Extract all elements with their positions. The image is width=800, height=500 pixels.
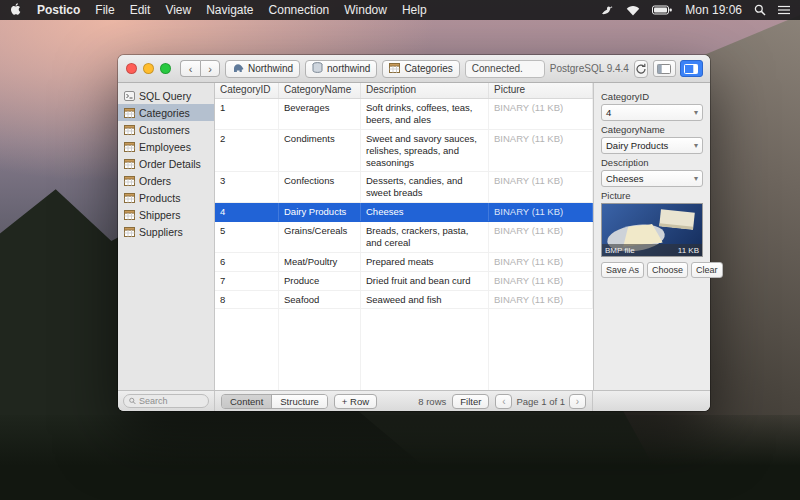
menu-connection[interactable]: Connection bbox=[269, 3, 330, 17]
table-row[interactable]: 8 Seafood Seaweed and fish BINARY (11 KB… bbox=[215, 291, 593, 310]
elephant-icon bbox=[232, 62, 244, 75]
view-mode-segmented-control: Content Structure bbox=[221, 394, 328, 409]
menubar-clock[interactable]: Mon 19:06 bbox=[685, 3, 742, 17]
forward-button[interactable]: › bbox=[200, 60, 220, 77]
apple-menu-icon[interactable] bbox=[10, 2, 22, 19]
table-row[interactable]: 7 Produce Dried fruit and bean curd BINA… bbox=[215, 272, 593, 291]
breadcrumb-table-button[interactable]: Categories bbox=[382, 60, 459, 78]
spotlight-icon[interactable] bbox=[754, 4, 766, 16]
cell-picture: BINARY (11 KB) bbox=[489, 291, 593, 309]
chevron-down-icon: ▾ bbox=[694, 108, 698, 117]
cell-description: Breads, crackers, pasta, and cereal bbox=[361, 222, 489, 252]
battery-icon[interactable] bbox=[652, 5, 673, 15]
page-indicator: Page 1 of 1 bbox=[516, 396, 565, 407]
postico-window: ‹ › Northwind northwind Categories Conne… bbox=[118, 55, 710, 411]
menu-help[interactable]: Help bbox=[402, 3, 427, 17]
menubar-app-name[interactable]: Postico bbox=[37, 3, 80, 17]
sidebar-item-suppliers[interactable]: Suppliers bbox=[118, 223, 214, 240]
table-row[interactable]: 3 Confections Desserts, candies, and swe… bbox=[215, 172, 593, 203]
sidebar-item-label: Products bbox=[139, 192, 180, 204]
table-icon bbox=[124, 227, 135, 237]
cell-categoryname: Produce bbox=[279, 272, 361, 290]
cell-description: Prepared meats bbox=[361, 253, 489, 271]
close-button[interactable] bbox=[126, 63, 137, 74]
bird-menu-extra-icon[interactable] bbox=[601, 5, 614, 16]
sidebar-item-categories[interactable]: Categories bbox=[118, 104, 214, 121]
cell-categoryid: 7 bbox=[215, 272, 279, 290]
prev-page-button[interactable]: ‹ bbox=[495, 394, 512, 409]
segment-structure[interactable]: Structure bbox=[271, 395, 327, 408]
column-header-categoryname[interactable]: CategoryName bbox=[279, 83, 361, 98]
table-row[interactable]: 5 Grains/Cereals Breads, crackers, pasta… bbox=[215, 222, 593, 253]
search-field[interactable] bbox=[123, 394, 209, 408]
panel-toggles bbox=[653, 60, 703, 77]
categoryname-combo[interactable]: Dairy Products ▾ bbox=[601, 137, 703, 154]
cell-description: Desserts, candies, and sweet breads bbox=[361, 172, 489, 202]
categoryid-value: 4 bbox=[606, 107, 611, 118]
menu-view[interactable]: View bbox=[165, 3, 191, 17]
minimize-button[interactable] bbox=[143, 63, 154, 74]
window-footer: Content Structure + Row 8 rows Filter ‹ … bbox=[118, 390, 710, 411]
description-value: Cheeses bbox=[606, 173, 644, 184]
menu-navigate[interactable]: Navigate bbox=[206, 3, 253, 17]
sidebar-item-order-details[interactable]: Order Details bbox=[118, 155, 214, 172]
toggle-detail-panel-button[interactable] bbox=[680, 60, 703, 77]
sidebar-item-orders[interactable]: Orders bbox=[118, 172, 214, 189]
table-row[interactable]: 2 Condiments Sweet and savory sauces, re… bbox=[215, 130, 593, 173]
add-row-button[interactable]: + Row bbox=[334, 394, 377, 409]
sidebar-item-employees[interactable]: Employees bbox=[118, 138, 214, 155]
cell-categoryid: 1 bbox=[215, 99, 279, 129]
breadcrumb-server-button[interactable]: Northwind bbox=[225, 60, 300, 78]
wifi-icon[interactable] bbox=[626, 5, 640, 16]
table-icon bbox=[124, 159, 135, 169]
zoom-button[interactable] bbox=[160, 63, 171, 74]
field-label-categoryname: CategoryName bbox=[601, 124, 703, 135]
menu-edit[interactable]: Edit bbox=[130, 3, 151, 17]
cell-picture: BINARY (11 KB) bbox=[489, 203, 593, 221]
data-grid: CategoryID CategoryName Description Pict… bbox=[215, 83, 593, 390]
breadcrumb-database-button[interactable]: northwind bbox=[305, 60, 377, 78]
cell-categoryid: 4 bbox=[215, 203, 279, 221]
picture-thumbnail[interactable]: BMP file 11 KB bbox=[601, 203, 703, 257]
table-icon bbox=[124, 108, 135, 118]
categoryid-combo[interactable]: 4 ▾ bbox=[601, 104, 703, 121]
sidebar-item-customers[interactable]: Customers bbox=[118, 121, 214, 138]
next-page-button[interactable]: › bbox=[569, 394, 586, 409]
sidebar-item-label: Orders bbox=[139, 175, 171, 187]
cell-categoryid: 8 bbox=[215, 291, 279, 309]
toggle-sidebar-button[interactable] bbox=[653, 60, 676, 77]
sidebar-item-label: Categories bbox=[139, 107, 190, 119]
table-icon bbox=[124, 125, 135, 135]
search-input[interactable] bbox=[139, 396, 203, 406]
choose-button[interactable]: Choose bbox=[647, 262, 688, 278]
filter-button[interactable]: Filter bbox=[452, 394, 489, 409]
description-combo[interactable]: Cheeses ▾ bbox=[601, 170, 703, 187]
cell-categoryid: 2 bbox=[215, 130, 279, 172]
sidebar-item-label: Customers bbox=[139, 124, 190, 136]
save-as-button[interactable]: Save As bbox=[601, 262, 644, 278]
segment-content[interactable]: Content bbox=[222, 395, 271, 408]
sidebar-item-label: Suppliers bbox=[139, 226, 183, 238]
table-row[interactable]: 6 Meat/Poultry Prepared meats BINARY (11… bbox=[215, 253, 593, 272]
clear-button[interactable]: Clear bbox=[691, 262, 723, 278]
row-detail-panel: CategoryID 4 ▾ CategoryName Dairy Produc… bbox=[593, 83, 710, 390]
menu-file[interactable]: File bbox=[95, 3, 114, 17]
notification-center-icon[interactable] bbox=[778, 5, 790, 15]
column-header-picture[interactable]: Picture bbox=[489, 83, 593, 98]
menu-window[interactable]: Window bbox=[344, 3, 387, 17]
column-header-categoryid[interactable]: CategoryID bbox=[215, 83, 279, 98]
table-row-selected[interactable]: 4 Dairy Products Cheeses BINARY (11 KB) bbox=[215, 203, 593, 222]
sidebar-item-products[interactable]: Products bbox=[118, 189, 214, 206]
sidebar-item-shippers[interactable]: Shippers bbox=[118, 206, 214, 223]
table-icon bbox=[124, 210, 135, 220]
refresh-button[interactable] bbox=[634, 60, 648, 78]
cell-categoryid: 5 bbox=[215, 222, 279, 252]
back-button[interactable]: ‹ bbox=[180, 60, 200, 77]
cell-picture: BINARY (11 KB) bbox=[489, 172, 593, 202]
search-icon bbox=[129, 397, 136, 405]
chevron-down-icon: ▾ bbox=[694, 141, 698, 150]
table-row[interactable]: 1 Beverages Soft drinks, coffees, teas, … bbox=[215, 99, 593, 130]
column-header-description[interactable]: Description bbox=[361, 83, 489, 98]
sidebar-item-sql-query[interactable]: SQL Query bbox=[118, 87, 214, 104]
cell-picture: BINARY (11 KB) bbox=[489, 99, 593, 129]
